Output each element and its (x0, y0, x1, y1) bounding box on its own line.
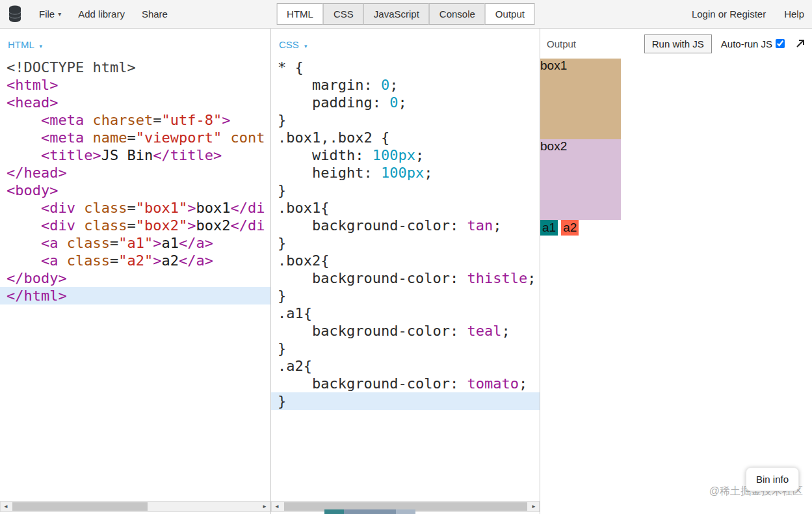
code-line[interactable]: <meta charset="utf-8"> (0, 111, 270, 129)
code-line[interactable]: <body> (0, 182, 270, 199)
code-line[interactable]: .a2{ (271, 357, 540, 375)
output-link-a2[interactable]: a2 (561, 220, 579, 236)
code-line[interactable]: </body> (0, 269, 270, 287)
code-token: teal (467, 323, 501, 339)
code-line[interactable]: background-color: tan; (271, 217, 540, 234)
code-token: background-color: (278, 270, 467, 286)
tab-javascript[interactable]: JavaScript (363, 3, 430, 25)
code-line[interactable]: .box1,.box2 { (271, 129, 540, 146)
code-token: "a1" (118, 235, 153, 251)
autorun-js-toggle[interactable]: Auto-run JS (721, 38, 785, 49)
file-menu-button[interactable]: File ▾ (39, 8, 61, 20)
code-token: a1 (161, 235, 179, 251)
code-token: cont (230, 129, 265, 146)
code-token: "viewport" (136, 129, 222, 146)
code-line[interactable]: .box2{ (271, 252, 540, 269)
help-link[interactable]: Help (784, 8, 804, 20)
jsbin-logo-icon[interactable] (8, 5, 22, 23)
tab-css[interactable]: CSS (323, 3, 364, 25)
html-panel-header[interactable]: HTML ▾ (0, 29, 270, 59)
toolbar-left: File ▾ Add library Share (8, 5, 168, 23)
code-token: </html> (7, 288, 67, 304)
bin-info-button[interactable]: Bin info (746, 467, 799, 491)
html-horizontal-scrollbar[interactable]: ◄ ► (0, 501, 270, 512)
scroll-right-icon[interactable]: ► (259, 502, 270, 511)
code-line[interactable]: .box1{ (271, 199, 540, 217)
code-token: > (187, 217, 196, 234)
tab-console[interactable]: Console (429, 3, 486, 25)
code-line[interactable]: } (271, 234, 540, 252)
code-line[interactable]: background-color: teal; (271, 322, 540, 340)
code-token (7, 129, 41, 146)
tab-output[interactable]: Output (485, 3, 535, 25)
code-line[interactable]: * { (271, 59, 540, 76)
login-register-link[interactable]: Login or Register (692, 8, 766, 20)
code-line[interactable]: margin: 0; (271, 76, 540, 94)
scroll-left-icon[interactable]: ◄ (1, 502, 11, 511)
code-line[interactable]: <head> (0, 94, 270, 111)
code-token: tomato (467, 375, 518, 392)
autorun-js-checkbox[interactable] (776, 39, 785, 48)
code-line[interactable]: .a1{ (271, 304, 540, 322)
code-line[interactable]: <title>JS Bin</title> (0, 146, 270, 164)
code-line[interactable]: } (271, 340, 540, 357)
code-token: <html> (7, 77, 58, 93)
code-token: ; (415, 147, 424, 163)
output-link-a1[interactable]: a1 (540, 220, 558, 236)
code-token: 100px (373, 147, 415, 163)
share-button[interactable]: Share (142, 8, 168, 20)
caret-down-icon: ▾ (304, 43, 308, 49)
code-token: ; (527, 270, 536, 286)
code-token: } (278, 235, 286, 251)
code-token: </di (230, 200, 265, 216)
code-token (7, 252, 41, 269)
expand-output-icon[interactable] (795, 38, 805, 49)
code-line[interactable]: <a class="a2">a2</a> (0, 252, 270, 269)
code-line[interactable]: </head> (0, 164, 270, 182)
panel-tabs: HTMLCSSJavaScriptConsoleOutput (277, 3, 535, 25)
code-line[interactable]: <div class="box1">box1</di (0, 199, 270, 217)
scrollbar-thumb[interactable] (12, 502, 148, 511)
html-code-editor[interactable]: <!DOCTYPE html><html><head> <meta charse… (0, 59, 270, 500)
code-token: box2 (196, 217, 230, 234)
code-token: width: (278, 147, 373, 163)
scroll-right-icon[interactable]: ► (529, 502, 539, 511)
code-line[interactable]: <meta name="viewport" cont (0, 129, 270, 146)
toolbar: File ▾ Add library Share HTMLCSSJavaScri… (0, 0, 812, 29)
code-line[interactable]: height: 100px; (271, 164, 540, 182)
add-library-button[interactable]: Add library (78, 8, 125, 20)
code-token: 0 (389, 94, 398, 111)
code-line[interactable]: <html> (0, 76, 270, 94)
code-line[interactable]: background-color: thistle; (271, 269, 540, 287)
autorun-js-label: Auto-run JS (721, 38, 772, 49)
code-token: ; (501, 323, 510, 339)
code-line[interactable]: <!DOCTYPE html> (0, 59, 270, 76)
run-with-js-button[interactable]: Run with JS (644, 34, 712, 53)
code-line[interactable]: } (271, 111, 540, 129)
code-token: <div (41, 200, 84, 216)
css-panel-header[interactable]: CSS ▾ (271, 29, 540, 59)
code-token: ; (493, 217, 501, 234)
css-code-editor[interactable]: * { margin: 0; padding: 0;}.box1,.box2 {… (271, 59, 540, 500)
code-token: a2 (161, 252, 179, 269)
code-line[interactable]: padding: 0; (271, 94, 540, 111)
output-boxes: box1box2 (540, 59, 812, 220)
code-line[interactable]: } (271, 287, 540, 304)
code-token: } (278, 393, 286, 409)
code-line[interactable]: } (271, 182, 540, 199)
panels-container: HTML ▾ <!DOCTYPE html><html><head> <meta… (0, 29, 812, 514)
code-token: <!DOCTYPE html> (7, 59, 136, 75)
code-line[interactable]: </html> (0, 287, 270, 304)
output-links: a1a2 (540, 220, 812, 236)
code-line[interactable]: <div class="box2">box2</di (0, 217, 270, 234)
code-line[interactable]: } (271, 392, 540, 410)
code-line[interactable]: width: 100px; (271, 146, 540, 164)
code-token: </a> (179, 235, 213, 251)
tab-html[interactable]: HTML (276, 3, 324, 25)
code-token: } (278, 112, 286, 128)
code-token: background-color: (278, 323, 467, 339)
code-token: class (84, 217, 127, 234)
code-line[interactable]: background-color: tomato; (271, 375, 540, 392)
scroll-left-icon[interactable]: ◄ (272, 502, 282, 511)
code-line[interactable]: <a class="a1">a1</a> (0, 234, 270, 252)
